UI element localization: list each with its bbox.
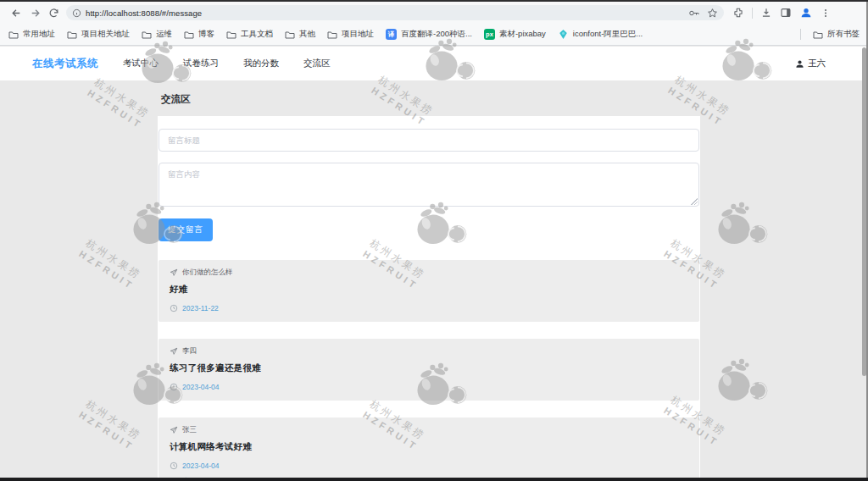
clock-icon — [170, 383, 178, 391]
bookmark-folder[interactable]: 其他 — [285, 29, 315, 40]
url-text: http://localhost:8088/#/message — [86, 8, 202, 18]
folder-icon — [67, 30, 77, 39]
toolbar-divider — [752, 8, 753, 19]
nav-item-exam-center[interactable]: 考试中心 — [123, 58, 159, 69]
message-meta: 你们做的怎么样 — [170, 268, 688, 278]
browser-toolbar: http://localhost:8088/#/message — [0, 2, 868, 24]
bookmark-link-iconfont[interactable]: iconfont-阿里巴巴... — [558, 29, 643, 40]
app-brand[interactable]: 在线考试系统 — [32, 57, 98, 71]
message-meta: 李四 — [170, 346, 688, 357]
message-author: 李四 — [182, 346, 197, 357]
message-title: 计算机网络考试好难 — [170, 441, 688, 453]
message-date-link[interactable]: 2023-04-04 — [170, 383, 688, 391]
toolbar-right-group — [732, 6, 831, 19]
folder-icon — [327, 30, 337, 39]
address-bar[interactable]: http://localhost:8088/#/message — [66, 5, 724, 20]
profile-avatar[interactable] — [799, 6, 813, 19]
message-author: 张三 — [182, 425, 197, 435]
message-title: 练习了很多遍还是很难 — [170, 362, 688, 374]
folder-icon — [813, 30, 823, 39]
message-meta: 张三 — [170, 425, 688, 435]
message-content-wrap — [159, 163, 699, 207]
message-panel: 提交留言 你们做的怎么样 好难 2023-11-22 李四 练习了很多遍还是很难… — [158, 116, 700, 481]
clock-icon — [170, 462, 178, 470]
bookmark-link-pixabay[interactable]: px 素材-pixabay — [484, 29, 546, 40]
bookmark-folder[interactable]: 工具文档 — [226, 29, 273, 40]
message-date: 2023-04-04 — [182, 462, 219, 470]
bookmark-folder[interactable]: 运维 — [142, 29, 172, 40]
forward-button[interactable] — [25, 4, 44, 21]
forward-icon — [30, 8, 41, 19]
bookmarks-divider — [800, 29, 801, 40]
paper-plane-icon — [170, 268, 178, 277]
message-card: 李四 练习了很多遍还是很难 2023-04-04 — [159, 339, 699, 401]
password-key-icon[interactable] — [688, 8, 700, 18]
folder-icon — [285, 30, 295, 39]
baidu-translate-icon: 译 — [386, 29, 397, 40]
folder-icon — [226, 30, 236, 39]
message-date-link[interactable]: 2023-11-22 — [170, 304, 688, 312]
menu-kebab-icon[interactable] — [821, 8, 831, 19]
page-title: 交流区 — [161, 93, 191, 106]
message-card: 你们做的怎么样 好难 2023-11-22 — [159, 260, 699, 322]
user-icon — [795, 59, 804, 69]
back-icon — [11, 8, 22, 19]
window-top-edge — [0, 0, 868, 2]
message-card: 张三 计算机网络考试好难 2023-04-04 真的难 — [159, 417, 699, 481]
nav-item-my-scores[interactable]: 我的分数 — [243, 58, 279, 69]
message-date-link[interactable]: 2023-04-04 — [170, 462, 688, 470]
reload-icon — [48, 8, 59, 19]
pixabay-icon: px — [484, 29, 495, 40]
page-content: 交流区 提交留言 你们做的怎么样 好难 2023-11-22 李四 — [0, 80, 868, 481]
app-navbar: 在线考试系统 考试中心 试卷练习 我的分数 交流区 王六 — [0, 47, 868, 80]
paper-plane-icon — [170, 426, 178, 434]
bookmark-link-baidu-translate[interactable]: 译 百度翻译-200种语... — [386, 29, 472, 40]
page-info-icon — [72, 8, 81, 18]
bookmark-folder[interactable]: 常用地址 — [8, 29, 55, 40]
folder-icon — [8, 30, 19, 39]
submit-message-button[interactable]: 提交留言 — [159, 218, 213, 241]
user-menu[interactable]: 王六 — [795, 58, 826, 69]
all-bookmarks-button[interactable]: 所有书签 — [813, 29, 860, 40]
back-button[interactable] — [7, 4, 25, 21]
side-panel-icon[interactable] — [780, 7, 792, 19]
bookmark-folder[interactable]: 项目相关地址 — [67, 29, 130, 40]
user-name: 王六 — [808, 58, 826, 69]
message-content-textarea[interactable] — [159, 163, 699, 207]
message-title: 好难 — [170, 284, 688, 296]
bookmarks-bar: 常用地址 项目相关地址 运维 博客 工具文档 其他 项目地址 译 百度翻译-20… — [0, 24, 868, 46]
nav-item-message-board[interactable]: 交流区 — [303, 58, 331, 69]
clock-icon — [170, 304, 178, 312]
bookmark-star-icon[interactable] — [707, 8, 718, 19]
message-title-input[interactable] — [159, 129, 699, 152]
textarea-resize-handle[interactable] — [690, 197, 698, 205]
folder-icon — [184, 30, 194, 39]
nav-item-paper-practice[interactable]: 试卷练习 — [183, 58, 219, 69]
message-date: 2023-04-04 — [182, 383, 219, 391]
extensions-icon[interactable] — [732, 7, 744, 19]
message-author: 你们做的怎么样 — [182, 268, 233, 278]
bookmark-folder[interactable]: 项目地址 — [327, 29, 374, 40]
iconfont-icon — [558, 29, 569, 40]
reload-button[interactable] — [44, 4, 63, 21]
message-date: 2023-11-22 — [182, 304, 219, 312]
window-bottom-edge — [0, 478, 868, 481]
paper-plane-icon — [170, 347, 178, 356]
bookmark-folder[interactable]: 博客 — [184, 29, 214, 40]
folder-icon — [142, 30, 152, 39]
downloads-icon[interactable] — [760, 7, 772, 19]
